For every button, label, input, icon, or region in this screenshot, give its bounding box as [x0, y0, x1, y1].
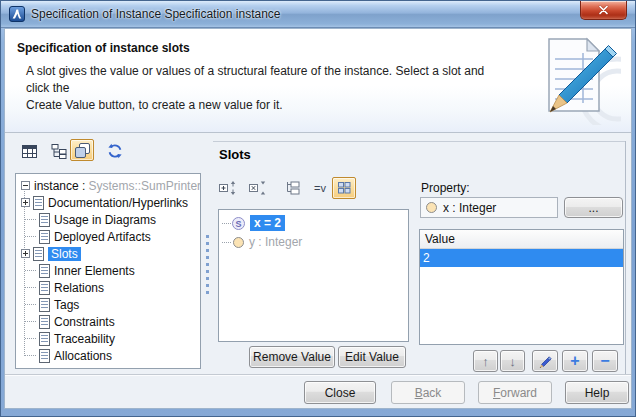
expand-nodes-button[interactable]: [215, 178, 239, 198]
document-icon: [39, 349, 50, 363]
slots-tree[interactable]: x = 2 y : Integer: [218, 209, 409, 342]
remove-value-icon-button[interactable]: −: [592, 350, 618, 372]
hierarchy-mode-button[interactable]: [281, 178, 305, 198]
grid-mode-button[interactable]: [332, 177, 356, 199]
show-values-button[interactable]: =v: [309, 178, 331, 198]
expand-expander-icon[interactable]: [21, 198, 30, 207]
grid-mode-icon: [338, 182, 351, 194]
cards-icon: [75, 143, 90, 158]
collapse-nodes-button[interactable]: [245, 178, 269, 198]
tree-item-label: Inner Elements: [54, 264, 135, 278]
splitter-handle[interactable]: [205, 235, 210, 297]
dialog-content: Specification of instance slots A slot g…: [4, 28, 632, 409]
tree-guide-stub: [222, 223, 231, 224]
browse-property-button[interactable]: ...: [564, 197, 623, 218]
edit-value-icon-button[interactable]: [532, 350, 558, 372]
tree-guide-stub: [25, 321, 36, 322]
document-icon: [39, 298, 50, 312]
tree-row-constraints[interactable]: Constraints: [17, 313, 199, 330]
description-line-2: Create Value button, to create a new val…: [26, 97, 496, 114]
collapse-expander-icon[interactable]: [21, 181, 30, 190]
down-arrow-icon: ↓: [509, 355, 516, 368]
tree-guide-stub: [25, 355, 36, 356]
collapse-all-icon: [248, 180, 266, 196]
browse-label: ...: [588, 201, 598, 215]
tree-item-label: Usage in Diagrams: [54, 213, 156, 227]
app-icon: [9, 6, 25, 22]
help-button[interactable]: Help: [565, 381, 629, 404]
hierarchy-mode-icon: [285, 181, 301, 195]
value-table[interactable]: Value 2: [419, 229, 624, 345]
properties-view-button[interactable]: [17, 140, 41, 162]
slot-row-y[interactable]: y : Integer: [220, 233, 407, 251]
close-button[interactable]: [580, 1, 627, 20]
dialog-window: Specification of Instance Specification …: [0, 0, 636, 417]
slot-row-x[interactable]: x = 2: [220, 214, 407, 232]
tree-item-label: Traceability: [54, 332, 115, 346]
tree-row-usage-in-diagrams[interactable]: Usage in Diagrams: [17, 211, 199, 228]
edit-value-button[interactable]: Edit Value: [338, 346, 406, 368]
value-row-selected[interactable]: 2: [420, 249, 623, 267]
tree-guide-stub: [25, 219, 36, 220]
root-type: Systems::SumPrinter: [88, 179, 201, 193]
back-label: Back: [415, 386, 442, 400]
tree-row-relations[interactable]: Relations: [17, 279, 199, 296]
property-field: x : Integer: [420, 197, 558, 218]
tree-guide-stub: [25, 304, 36, 305]
tree-guide-stub: [222, 242, 231, 243]
tree-item-label-selected: Slots: [48, 247, 81, 261]
add-value-button[interactable]: +: [562, 350, 588, 372]
tree-guide-stub: [25, 270, 36, 271]
move-up-button[interactable]: ↑: [473, 350, 498, 372]
panel-divider-top: [213, 141, 626, 142]
refresh-icon: [107, 143, 123, 159]
document-icon: [39, 264, 50, 278]
document-icon: [33, 196, 44, 210]
tree-item-label: Documentation/Hyperlinks: [48, 196, 188, 210]
value-column-header[interactable]: Value: [420, 230, 623, 249]
edit-value-label: Edit Value: [345, 350, 399, 364]
minus-icon: −: [600, 353, 609, 369]
tree-row-deployed-artifacts[interactable]: Deployed Artifacts: [17, 228, 199, 245]
tree-guide-stub: [25, 287, 36, 288]
tree-row-tags[interactable]: Tags: [17, 296, 199, 313]
document-icon: [39, 230, 50, 244]
move-down-button[interactable]: ↓: [500, 350, 525, 372]
tree-item-label: Allocations: [54, 349, 112, 363]
tree-row-traceability[interactable]: Traceability: [17, 330, 199, 347]
up-arrow-icon: ↑: [482, 355, 489, 368]
remove-value-button[interactable]: Remove Value: [249, 346, 335, 368]
slot-label-selected: x = 2: [250, 215, 285, 231]
property-value: x : Integer: [443, 201, 496, 215]
document-icon: [39, 281, 50, 295]
property-label: Property:: [421, 181, 470, 195]
forward-label: Forward: [493, 386, 537, 400]
window-title: Specification of Instance Specification …: [31, 7, 280, 21]
document-icon: [39, 315, 50, 329]
tree-item-label: Deployed Artifacts: [54, 230, 151, 244]
document-icon: [33, 247, 44, 261]
footer-divider: [5, 374, 631, 376]
document-icon: [39, 213, 50, 227]
expand-expander-icon[interactable]: [21, 249, 30, 258]
slot-empty-icon: [233, 237, 244, 248]
tree-item-label: Tags: [54, 298, 79, 312]
cards-view-button[interactable]: [70, 139, 94, 161]
slot-empty-icon: [426, 202, 437, 213]
containment-view-button[interactable]: [47, 140, 71, 162]
tree-row-documentation[interactable]: Documentation/Hyperlinks: [17, 194, 199, 211]
tree-row-allocations[interactable]: Allocations: [17, 347, 199, 364]
pencil-icon: [538, 354, 552, 368]
header-panel: Specification of instance slots A slot g…: [5, 29, 631, 133]
tree-icon: [51, 144, 67, 159]
element-tree-panel[interactable]: instance :Systems::SumPrinter Documentat…: [15, 173, 201, 369]
expand-all-icon: [218, 180, 236, 196]
forward-button: Forward: [478, 381, 552, 404]
tree-row-inner-elements[interactable]: Inner Elements: [17, 262, 199, 279]
title-bar[interactable]: Specification of Instance Specification …: [1, 1, 635, 28]
refresh-button[interactable]: [103, 140, 127, 162]
tree-root-label: instance :Systems::SumPrinter: [34, 179, 201, 193]
tree-root-row[interactable]: instance :Systems::SumPrinter: [17, 177, 199, 194]
tree-row-slots[interactable]: Slots: [17, 245, 199, 262]
close-dialog-button[interactable]: Close: [304, 381, 376, 404]
